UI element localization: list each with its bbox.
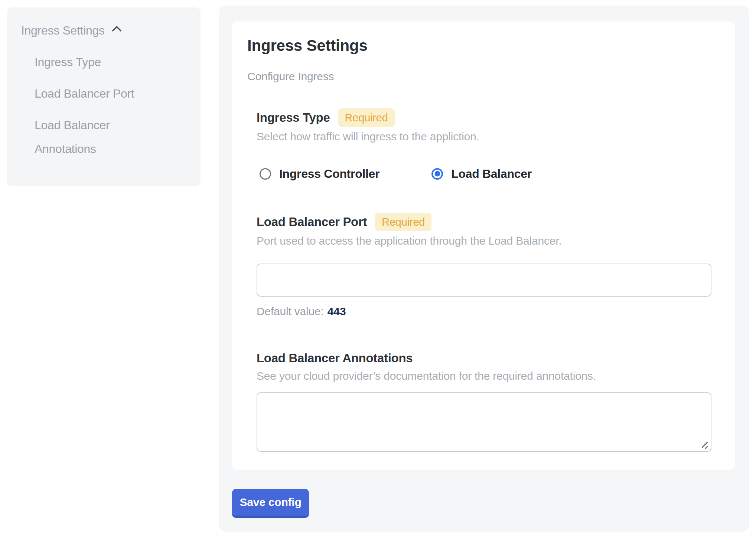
- ingress-type-radio-group: Ingress Controller Load Balancer: [260, 167, 711, 180]
- radio-label-ingress-controller: Ingress Controller: [279, 167, 379, 180]
- required-badge: Required: [375, 213, 431, 231]
- sidebar-section-header[interactable]: Ingress Settings: [21, 19, 167, 42]
- default-value-number: 443: [328, 305, 346, 317]
- save-config-button[interactable]: Save config: [232, 489, 309, 518]
- section-header: Ingress Type Required: [257, 108, 711, 127]
- required-badge: Required: [338, 108, 395, 127]
- chevron-up-icon: [112, 26, 122, 36]
- section-ingress-type: Ingress Type Required Select how traffic…: [247, 108, 711, 180]
- section-header: Load Balancer Annotations: [257, 350, 711, 366]
- page-subtitle: Configure Ingress: [247, 70, 711, 83]
- load-balancer-port-input[interactable]: [257, 264, 711, 297]
- ingress-type-description: Select how traffic will ingress to the a…: [257, 130, 711, 143]
- radio-button-icon[interactable]: [431, 168, 443, 180]
- ingress-type-label: Ingress Type: [257, 110, 330, 126]
- load-balancer-annotations-textarea[interactable]: [257, 392, 711, 452]
- page-title: Ingress Settings: [247, 36, 711, 55]
- sidebar-item-load-balancer-port[interactable]: Load Balancer Port: [21, 82, 167, 105]
- sidebar-item-load-balancer-annotations[interactable]: Load Balancer Annotations: [21, 113, 167, 161]
- radio-label-load-balancer: Load Balancer: [451, 167, 532, 180]
- radio-button-icon[interactable]: [260, 168, 271, 180]
- main-panel: Ingress Settings Configure Ingress Ingre…: [219, 6, 749, 532]
- radio-option-ingress-controller[interactable]: Ingress Controller: [260, 167, 379, 180]
- annotations-textarea-wrap: [257, 392, 711, 452]
- radio-option-load-balancer[interactable]: Load Balancer: [431, 167, 532, 180]
- resize-handle-icon[interactable]: [700, 441, 710, 450]
- section-load-balancer-annotations: Load Balancer Annotations See your cloud…: [247, 350, 711, 452]
- section-header: Load Balancer Port Required: [257, 213, 711, 231]
- load-balancer-annotations-label: Load Balancer Annotations: [257, 350, 413, 366]
- settings-card: Ingress Settings Configure Ingress Ingre…: [232, 22, 735, 470]
- load-balancer-port-description: Port used to access the application thro…: [257, 234, 711, 248]
- sidebar-item-list: Ingress Type Load Balancer Port Load Bal…: [21, 50, 167, 161]
- default-value-helper: Default value:443: [257, 305, 711, 318]
- sidebar-nav: Ingress Settings Ingress Type Load Balan…: [7, 7, 201, 186]
- load-balancer-port-label: Load Balancer Port: [257, 214, 367, 230]
- sidebar-section-label: Ingress Settings: [21, 19, 105, 42]
- default-value-label: Default value:: [257, 305, 324, 317]
- load-balancer-annotations-description: See your cloud provider’s documentation …: [257, 369, 711, 383]
- section-load-balancer-port: Load Balancer Port Required Port used to…: [247, 213, 711, 318]
- sidebar-item-ingress-type[interactable]: Ingress Type: [21, 50, 167, 74]
